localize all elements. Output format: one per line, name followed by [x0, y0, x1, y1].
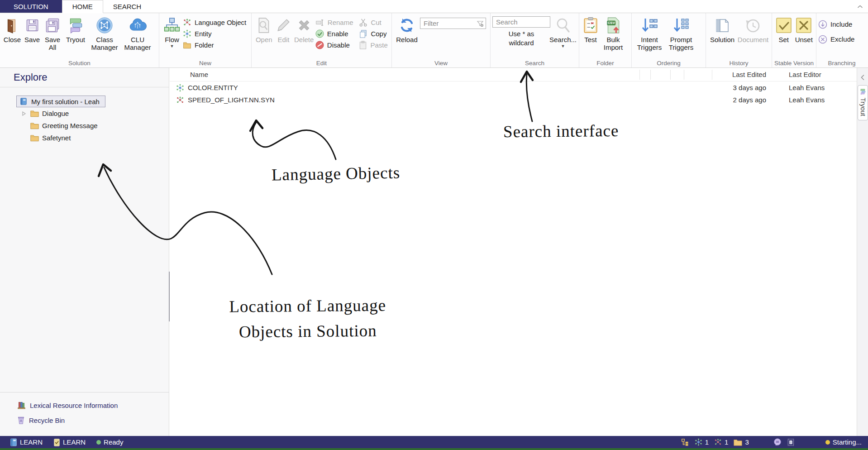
column-header-spacer[interactable] [650, 70, 670, 80]
exclude-button[interactable]: Exclude [818, 34, 854, 45]
paste-button[interactable]: Paste [359, 39, 390, 51]
column-header-spacer[interactable] [639, 70, 650, 80]
row-name: SPEED_OF_LIGHT.NN.SYN [188, 96, 275, 104]
status-bar: LEARN LEARN Ready 1 1 3 Startin [0, 436, 868, 448]
expand-panel-chevron-icon[interactable] [860, 74, 865, 81]
clu-manager-button[interactable]: CLU Manager [121, 14, 154, 53]
status-document-label: LEARN [63, 438, 86, 446]
close-icon [5, 16, 20, 35]
bulk-import-label: Bulk Import [601, 36, 625, 51]
save-all-label: Save All [43, 36, 62, 51]
prompt-triggers-button[interactable]: Prompt Triggers [665, 14, 697, 53]
lexical-resource-information-link[interactable]: Lexical Resource Information [0, 398, 169, 413]
loading-status-label: Starting... [833, 438, 862, 446]
entity-count-value: 1 [705, 438, 709, 446]
unset-label: Unset [795, 36, 813, 43]
filter-funnel-icon[interactable] [477, 20, 484, 27]
set-button[interactable]: Set [774, 14, 794, 45]
cut-button[interactable]: Cut [359, 17, 390, 28]
test-button[interactable]: Test [581, 14, 600, 45]
new-entity-button[interactable]: Entity [183, 28, 246, 39]
tree-item-dialogue[interactable]: Dialogue [0, 107, 169, 120]
enable-button[interactable]: Enable [315, 28, 359, 39]
branching-stack: Include Exclude [818, 14, 854, 45]
chat-bubble-icon[interactable] [773, 438, 782, 446]
include-button[interactable]: Include [818, 19, 854, 30]
flow-button[interactable]: Flow ▼ [161, 14, 183, 49]
column-header-name[interactable]: Name [170, 70, 639, 80]
close-button[interactable]: Close [2, 14, 23, 45]
language-object-count-value: 1 [725, 438, 728, 446]
history-solution-label: Solution [710, 36, 734, 43]
edit-button[interactable]: Edit [274, 14, 292, 45]
entity-count: 1 [695, 438, 709, 446]
rename-button[interactable]: Rename [315, 17, 359, 28]
list-row-color-entity[interactable]: COLOR.ENTITY 3 days ago Leah Evans [170, 81, 857, 94]
ribbon-search-input[interactable] [492, 16, 550, 28]
edit-stack-1: Rename Enable Disable [315, 14, 359, 51]
collapse-ribbon-icon[interactable] [857, 3, 863, 10]
column-header-last-edited[interactable]: Last Edited [712, 70, 778, 80]
enable-icon [315, 29, 324, 38]
column-header-spacer[interactable] [684, 70, 712, 80]
tab-home[interactable]: HOME [62, 0, 103, 13]
row-last-edited: 3 days ago [712, 84, 778, 91]
clu-manager-icon [128, 16, 147, 35]
status-solution-label: LEARN [20, 438, 43, 446]
group-label-edit: Edit [252, 60, 391, 67]
history-document-button[interactable]: Document [737, 14, 769, 45]
solution-book-icon [10, 438, 17, 446]
new-language-object-label: Language Object [195, 19, 246, 26]
folder-icon [30, 122, 39, 129]
rename-label: Rename [328, 19, 353, 26]
disable-button[interactable]: Disable [315, 39, 359, 51]
ribbon: Close Save Save All Tryout Class Manager… [0, 13, 868, 68]
flow-dropdown-caret[interactable]: ▼ [170, 44, 174, 48]
group-label-ordering: Ordering [632, 60, 706, 67]
history-document-label: Document [738, 36, 768, 43]
group-label-search: Search [491, 60, 579, 67]
flow-count-icon [681, 438, 689, 446]
class-manager-button[interactable]: Class Manager [88, 14, 121, 53]
delete-button[interactable]: Delete [292, 14, 315, 45]
tree-root-solution[interactable]: My first solution - Leah [16, 96, 105, 107]
history-solution-button[interactable]: Solution [708, 14, 737, 45]
tree-item-safetynet[interactable]: Safetynet [0, 132, 169, 144]
ribbon-group-ordering: Intent Triggers Prompt Triggers Ordering [632, 13, 706, 67]
new-language-object-button[interactable]: Language Object [183, 17, 246, 28]
recycle-bin-link[interactable]: Recycle Bin [0, 413, 169, 428]
list-row-speed-of-light[interactable]: SPEED_OF_LIGHT.NN.SYN 2 days ago Leah Ev… [170, 94, 857, 106]
tryout-side-tab[interactable]: Tryout [858, 85, 868, 120]
intent-triggers-button[interactable]: Intent Triggers [634, 14, 665, 53]
language-object-icon [183, 18, 191, 27]
tab-solution-label: SOLUTION [14, 3, 48, 10]
tryout-icon [67, 16, 84, 35]
save-all-icon [44, 16, 61, 35]
test-icon [583, 16, 598, 35]
wildcard-toggle[interactable]: Use * as wildcard [496, 29, 546, 48]
status-state-label: Ready [104, 438, 123, 446]
expander-icon[interactable] [21, 111, 27, 116]
set-label: Set [779, 36, 789, 43]
new-folder-button[interactable]: Folder [183, 39, 246, 51]
search-dropdown-caret[interactable]: ▼ [561, 44, 565, 48]
copy-button[interactable]: Copy [359, 28, 390, 39]
tryout-button[interactable]: Tryout [63, 14, 88, 45]
open-button[interactable]: Open [253, 14, 274, 45]
save-button[interactable]: Save [23, 14, 42, 45]
search-button[interactable]: Search... ▼ [550, 14, 576, 49]
reload-button[interactable]: Reload [394, 14, 420, 45]
clu-manager-label: CLU Manager [122, 36, 153, 51]
save-all-button[interactable]: Save All [42, 14, 63, 53]
content-area: Explore My first solution - Leah Dialogu… [0, 68, 868, 436]
bulk-import-button[interactable]: CSV Bulk Import [600, 14, 626, 53]
unset-button[interactable]: Unset [794, 14, 814, 45]
column-header-spacer[interactable] [670, 70, 684, 80]
column-header-last-editor[interactable]: Last Editor [778, 70, 857, 80]
tab-search[interactable]: SEARCH [103, 0, 152, 13]
stamp-document-icon[interactable] [787, 438, 795, 446]
tree-item-greeting-message[interactable]: Greeting Message [0, 120, 169, 132]
status-progress-strip [0, 448, 868, 450]
tab-solution[interactable]: SOLUTION [0, 0, 62, 13]
ribbon-group-history: Solution Document History [706, 13, 772, 67]
